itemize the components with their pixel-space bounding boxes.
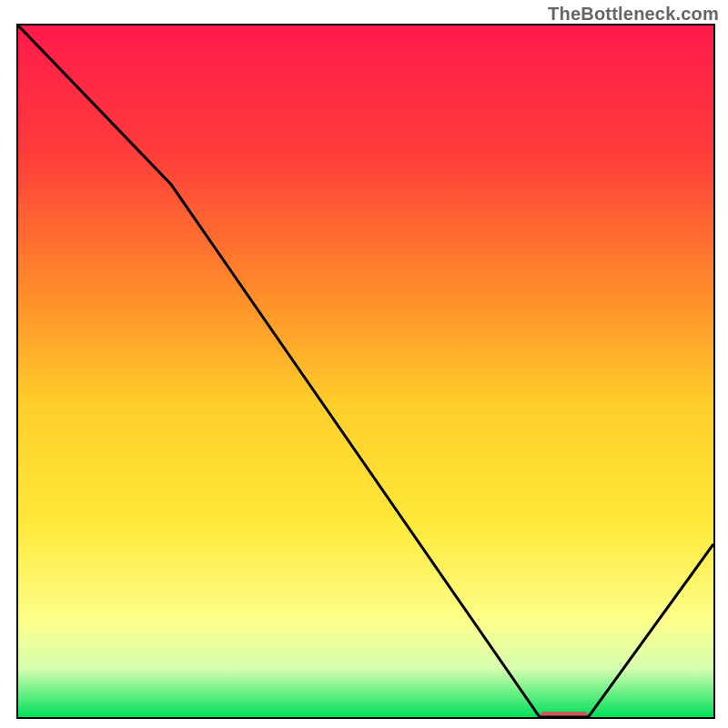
- bottleneck-plot: [18, 25, 713, 717]
- heat-background: [18, 25, 713, 717]
- chart-stage: TheBottleneck.com: [0, 0, 728, 728]
- plot-frame: [16, 24, 715, 719]
- watermark-text: TheBottleneck.com: [548, 4, 719, 25]
